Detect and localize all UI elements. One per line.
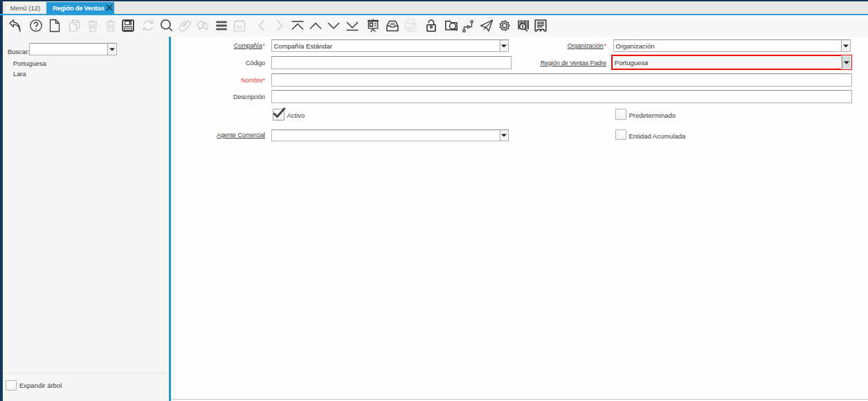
svg-text:31: 31 bbox=[236, 24, 242, 30]
